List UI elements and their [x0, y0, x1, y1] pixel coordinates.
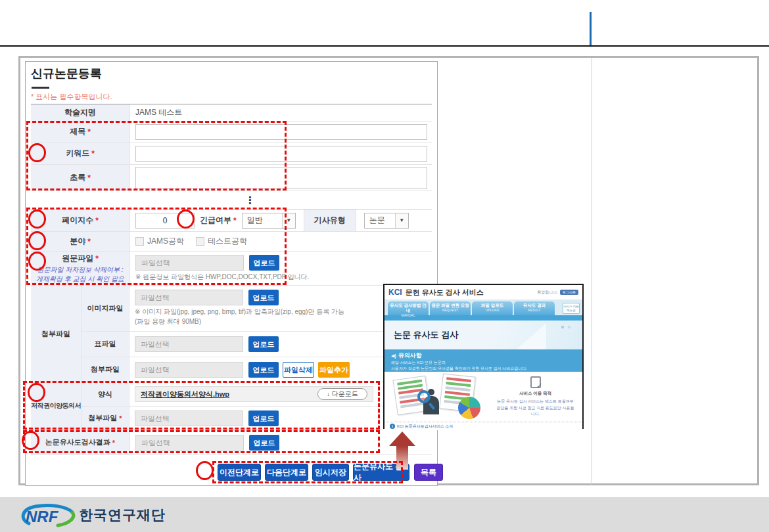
- kci-logout-button: 로그아웃: [560, 290, 578, 295]
- title-input[interactable]: [135, 124, 427, 140]
- keyword-input[interactable]: [135, 146, 427, 162]
- title-label: 제목*: [31, 122, 130, 142]
- nrf-logo-swoosh: NRF: [18, 500, 76, 530]
- table-row-keyword: 키워드*: [31, 143, 432, 165]
- keyword-label: 키워드*: [31, 143, 130, 164]
- page-footer: NRF 한국연구재단: [0, 497, 769, 532]
- fulltext-note-2: 게재확정 후 교정 시 확인 필요: [36, 275, 124, 284]
- kci-tab-upload: 파일 업로드UPLOAD: [472, 301, 513, 315]
- article-type-select[interactable]: 논문 ▼: [364, 213, 409, 229]
- fulltext-file-input[interactable]: 파일선택: [135, 255, 244, 271]
- attach-file-input[interactable]: 파일선택: [135, 362, 243, 378]
- similarity-result-label: 논문유사도검사결과*: [31, 430, 130, 454]
- kci-tab-bar: 유사도 검사방법 안내MANUAL 원문 파일 변환 요청REQUEST 파일 …: [384, 299, 582, 315]
- table-row-similarity-result: 논문유사도검사결과* 파일선택 업로드: [31, 430, 432, 455]
- copyright-group-label: 저작권이양동의서: [31, 382, 82, 430]
- download-icon: ↓: [327, 391, 330, 397]
- table-row-pages: 페이지수* 긴급여부* 일반 ▼ 기사유형 논문: [31, 210, 432, 232]
- pages-label: 페이지수*: [31, 210, 130, 231]
- info-icon: i: [390, 424, 395, 429]
- speaker-icon: ◀): [391, 353, 396, 358]
- attach-add-button[interactable]: 파일추가: [318, 362, 350, 378]
- journal-name-label: 학술지명: [31, 104, 130, 121]
- new-paper-form-panel: 신규논문등록 * 표시는 필수항목입니다. 학술지명 JAMS 테스트 제목*: [25, 61, 438, 486]
- pie-chart-icon: [458, 397, 480, 419]
- urgency-select[interactable]: 일반 ▼: [242, 213, 296, 229]
- copyright-form-label: 양식: [82, 382, 129, 406]
- magnifier-icon: [417, 390, 431, 403]
- kci-hero-decoration: [517, 323, 546, 349]
- list-button[interactable]: 목록: [414, 464, 443, 481]
- table-row-table-file: 표파일 파일선택 업로드: [82, 332, 432, 358]
- kci-service-screenshot: KCI 문헌 유사도 검사 서비스 환영합니다. 로그아웃 유사도 검사방법 안…: [383, 284, 584, 429]
- copyright-form-bar: 저작권이양동의서양식.hwp ↓ 다운로드: [135, 386, 373, 402]
- field-checkbox-test[interactable]: [196, 237, 204, 246]
- article-type-label: 기사유형: [304, 210, 356, 231]
- kci-hero-dot: [568, 326, 571, 328]
- screen: 신규논문등록 * 표시는 필수항목입니다. 학술지명 JAMS 테스트 제목*: [0, 0, 769, 532]
- kci-purpose-box: ✓ 서비스 이용 목적 논문 유사도 검사 서비스는 텍스트 표절여부 판단을 …: [488, 372, 582, 422]
- pages-input[interactable]: [135, 213, 195, 229]
- image-file-note-1: ※ 이미지 파일(jpg, jpeg, png, bmp, tif)과 압축파일…: [135, 307, 344, 317]
- chevron-down-icon: ▼: [282, 213, 295, 228]
- form-table: 학술지명 JAMS 테스트 제목* 키워드*: [31, 104, 432, 455]
- required-note: * 표시는 필수항목입니다.: [31, 92, 112, 102]
- kci-notice-band: ◀)유의사항 해당 서비스는 KCI 보유 논문과 사용자가 작성한 논문간의 …: [384, 349, 582, 372]
- kci-manual-chip: 서비스 이용 매뉴얼: [563, 303, 580, 314]
- svg-text:NRF: NRF: [26, 508, 59, 525]
- annotation-arrow-up: [389, 432, 415, 470]
- table-file-label: 표파일: [82, 332, 129, 357]
- journal-name-value: JAMS 테스트: [130, 104, 432, 121]
- attachments-group: 첨부파일 이미지파일 파일선택 업로드 ※ 이미지 파일(jpg, jpeg, …: [31, 286, 432, 382]
- fulltext-format-note: ※ 원문정보 파일형식은 HWP,DOC,DOCX,TXT,PDF 입니다.: [135, 273, 309, 282]
- attachments-group-label: 첨부파일: [31, 286, 82, 382]
- temp-save-button[interactable]: 임시저장: [312, 464, 349, 481]
- similarity-upload-button[interactable]: 업로드: [249, 435, 279, 451]
- table-row-image-file: 이미지파일 파일선택 업로드 ※ 이미지 파일(jpg, jpeg, png, …: [82, 286, 432, 332]
- image-file-input[interactable]: 파일선택: [135, 290, 243, 305]
- table-row-copyright-form: 양식 저작권이양동의서양식.hwp ↓ 다운로드: [82, 382, 432, 407]
- table-row-field: 분야* JAMS공학 테스트공학: [31, 232, 432, 252]
- next-step-button[interactable]: 다음단계로: [265, 464, 308, 481]
- org-name: 한국연구재단: [79, 506, 166, 524]
- attach-delete-button[interactable]: 파일삭제: [283, 362, 314, 378]
- copyright-group: 저작권이양동의서 양식 저작권이양동의서양식.hwp ↓ 다운로드: [31, 382, 432, 430]
- kci-hero-dot: [561, 326, 564, 328]
- copyright-form-file-link[interactable]: 저작권이양동의서양식.hwp: [141, 389, 229, 399]
- attach-upload-button[interactable]: 업로드: [248, 362, 279, 378]
- image-upload-button[interactable]: 업로드: [248, 290, 279, 305]
- copyright-upload-button[interactable]: 업로드: [248, 410, 279, 426]
- field-option-jams: JAMS공학: [147, 236, 184, 247]
- prev-step-button[interactable]: 이전단계로: [218, 464, 261, 481]
- fulltext-label: 원문파일* 원문파일 저자정보 삭제여부 : 게재확정 후 교정 시 확인 필요: [31, 252, 130, 285]
- table-row-title: 제목*: [31, 122, 432, 143]
- copyright-download-button[interactable]: ↓ 다운로드: [317, 388, 367, 400]
- kci-page-heading: 논문 유사도 검사: [394, 329, 458, 341]
- table-file-upload-button[interactable]: 업로드: [248, 336, 279, 352]
- kci-header: KCI 문헌 유사도 검사 서비스 환영합니다. 로그아웃: [384, 285, 582, 299]
- ellipsis-indicator: ⋮: [245, 194, 256, 206]
- kci-notice-line-1: 해당 서비스는 KCI 보유 논문과: [391, 360, 576, 366]
- fulltext-upload-button[interactable]: 업로드: [249, 255, 279, 271]
- image-file-note-2: (파일 용량 최대 90MB): [135, 317, 201, 326]
- top-accent-line: [590, 12, 592, 46]
- kci-tab-result: 유사도 결과RESULT: [514, 301, 555, 315]
- copyright-attach-input[interactable]: 파일선택: [135, 410, 243, 426]
- table-file-input[interactable]: 파일선택: [135, 336, 243, 352]
- attach-file-label: 첨부파일: [82, 357, 129, 382]
- kci-purpose-text: 논문 유사도 검사 서비스는 텍스트 표절여부 판단을 위한 사전 참고 자료 …: [488, 397, 582, 418]
- table-row-abstract: 초록*: [31, 165, 432, 191]
- omitted-rows-gap: ⋮: [31, 191, 432, 210]
- field-label: 분야*: [31, 232, 130, 251]
- table-row-copyright-attach: 첨부파일* 파일선택 업로드: [82, 407, 432, 430]
- abstract-label: 초록*: [31, 165, 130, 190]
- header-divider: [0, 45, 769, 47]
- field-checkbox-jams[interactable]: [135, 237, 144, 246]
- nrf-logo: NRF 한국연구재단: [18, 500, 166, 530]
- document-check-icon: ✓: [530, 376, 541, 388]
- abstract-textarea[interactable]: [135, 167, 427, 189]
- kci-tab-request: 원문 파일 변환 요청REQUEST: [430, 301, 471, 315]
- page-title: 신규논문등록: [31, 66, 102, 81]
- kci-notice-line-2: 사용자가 작성한 논문간의 유사성을 확인하기 위한 유사도 검사 서비스입니다…: [391, 366, 576, 372]
- similarity-file-input[interactable]: 파일선택: [135, 435, 244, 451]
